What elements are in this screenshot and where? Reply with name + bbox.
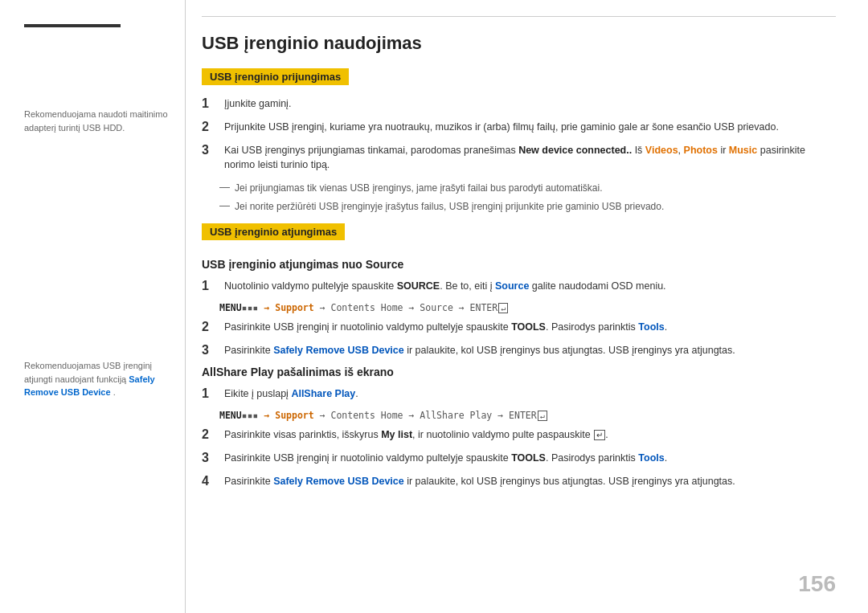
step-text-start: Kai USB įrenginys prijungiamas tinkamai,… — [224, 145, 518, 156]
text-start: Eikite į puslapį — [224, 388, 291, 399]
text-start: Pasirinkite USB įrenginį ir nuotolinio v… — [224, 321, 511, 333]
menu-label: MENU — [219, 302, 242, 313]
section1-header: USB įrenginio prijungimas — [202, 68, 349, 85]
page-container: Rekomenduojama naudoti maitinimo adapter… — [0, 0, 868, 613]
enter-icon: ↵ — [498, 303, 508, 313]
dash-text-1: Jei prijungiamas tik vienas USB įrenginy… — [235, 181, 603, 195]
step-num: 4 — [202, 474, 219, 488]
menu-path-support: → Support — [258, 302, 313, 313]
step-text-end: Iš — [632, 145, 645, 156]
step-text: Prijunkite USB įrenginį, kuriame yra nuo… — [224, 120, 836, 135]
step-1-3: 3 Kai USB įrenginys prijungiamas tinkama… — [202, 143, 836, 174]
period: . — [665, 321, 667, 333]
text-end: , ir nuotolinio valdymo pulte paspauskit… — [412, 429, 593, 440]
sidebar-note1: Rekomenduojama naudoti maitinimo adapter… — [24, 108, 169, 134]
sub1-title: USB įrenginio atjungimas nuo Source — [202, 258, 836, 271]
sub2-title: AllShare Play pašalinimas iš ekrano — [202, 366, 836, 378]
sub2-step1: 1 Eikite į puslapį AllShare Play. — [202, 386, 836, 402]
sub2-step3: 3 Pasirinkite USB įrenginį ir nuotolinio… — [202, 451, 836, 466]
text-end: galite naudodami OSD meniu. — [529, 280, 665, 292]
step-text: Įjunkite gaminį. — [224, 96, 836, 112]
top-divider — [202, 16, 836, 17]
menu-box: ▪▪▪ — [242, 302, 259, 313]
section2-header: USB įrenginio atjungimas — [202, 223, 345, 240]
period: . — [605, 429, 608, 440]
step-num: 1 — [202, 386, 219, 401]
main-content: USB įrenginio naudojimas USB įrenginio p… — [185, 0, 868, 613]
source-bold: SOURCE — [397, 280, 440, 292]
tools-link2: Tools — [638, 452, 664, 464]
dash-item-1: — Jei prijungiamas tik vienas USB įrengi… — [202, 181, 836, 195]
new-device-highlight: New device connected.. — [518, 145, 632, 156]
step-num: 2 — [202, 427, 219, 442]
step-1-2: 2 Prijunkite USB įrenginį, kuriame yra n… — [202, 120, 836, 135]
page-title: USB įrenginio naudojimas — [202, 33, 836, 54]
step-text: Pasirinkite USB įrenginį ir nuotolinio v… — [224, 320, 836, 335]
step-text: Pasirinkite Safely Remove USB Device ir … — [224, 343, 836, 358]
enter-icon3: ↵ — [594, 430, 605, 440]
text-end: ir palaukite, kol USB įrenginys bus atju… — [404, 476, 735, 487]
step-num: 1 — [202, 96, 219, 111]
step-text: Kai USB įrenginys prijungiamas tinkamai,… — [224, 143, 836, 174]
source-link: Source — [495, 280, 529, 292]
dash-symbol: — — [219, 199, 230, 214]
menu-label2: MENU — [219, 410, 242, 421]
safely-remove-bold: Safely Remove USB Device — [273, 345, 404, 356]
tools-link: Tools — [638, 321, 664, 333]
text-start: Nuotolinio valdymo pultelyje spauskite — [224, 280, 397, 292]
text-start: Pasirinkite visas parinktis, išskyrus — [224, 429, 381, 440]
step-text: Pasirinkite USB įrenginį ir nuotolinio v… — [224, 451, 836, 466]
photos-link: Photos — [684, 145, 718, 156]
step-num: 2 — [202, 120, 219, 134]
sidebar-note2: Rekomenduojamas USB įrenginį atjungti na… — [24, 359, 169, 399]
step-text: Eikite į puslapį AllShare Play. — [224, 386, 836, 402]
step-num: 3 — [202, 143, 219, 157]
sub2-step4: 4 Pasirinkite Safely Remove USB Device i… — [202, 474, 836, 489]
tools-bold2: TOOLS — [511, 452, 546, 464]
sidebar: Rekomenduojama naudoti maitinimo adapter… — [0, 0, 185, 613]
enter-icon2: ↵ — [538, 411, 547, 421]
dash-item-2: — Jei norite peržiūrėti USB įrenginyje į… — [202, 199, 836, 214]
sub1-step1: 1 Nuotolinio valdymo pultelyje spauskite… — [202, 279, 836, 294]
step-num: 3 — [202, 343, 219, 358]
text-end: ir palaukite, kol USB įrenginys bus atju… — [404, 345, 735, 356]
ir-text: ir — [718, 145, 729, 156]
menu-arrow2: → Contents Home → AllShare Play → ENTER — [314, 410, 537, 421]
dash-text-2: Jei norite peržiūrėti USB įrenginyje įra… — [235, 199, 664, 214]
step-text: Pasirinkite visas parinktis, išskyrus My… — [224, 427, 836, 443]
music-link: Music — [729, 145, 757, 156]
sub1-menu-path: MENU▪▪▪ → Support → Contents Home → Sour… — [219, 302, 836, 313]
step-num: 2 — [202, 320, 219, 334]
mylist-bold: My list — [381, 429, 412, 440]
step-1-1: 1 Įjunkite gaminį. — [202, 96, 836, 112]
sub2-menu-path: MENU▪▪▪ → Support → Contents Home → AllS… — [219, 410, 836, 421]
step-num: 3 — [202, 451, 219, 465]
text-start: Pasirinkite — [224, 345, 273, 356]
text-end: . Pasirodys parinktis — [546, 452, 638, 464]
menu-arrow1: → Contents Home → Source → ENTER — [314, 302, 497, 313]
dash-symbol: — — [219, 181, 230, 195]
videos-link: Videos — [645, 145, 678, 156]
step-text: Pasirinkite Safely Remove USB Device ir … — [224, 474, 836, 489]
step-num: 1 — [202, 279, 219, 293]
sidebar-note2-period: . — [113, 387, 116, 397]
allshare-link: AllShare Play — [291, 388, 355, 399]
sub1-step3: 3 Pasirinkite Safely Remove USB Device i… — [202, 343, 836, 358]
page-number: 156 — [798, 571, 836, 597]
period: . — [665, 452, 667, 464]
comma1: , — [678, 145, 684, 156]
text-end: . Pasirodys parinktis — [546, 321, 638, 333]
text-start: Pasirinkite USB įrenginį ir nuotolinio v… — [224, 452, 511, 464]
menu-box2: ▪▪▪ — [242, 410, 259, 421]
text-start: Pasirinkite — [224, 476, 273, 487]
safely-remove-bold2: Safely Remove USB Device — [273, 476, 404, 487]
menu-path-support2: → Support — [258, 410, 313, 421]
sub1-step2: 2 Pasirinkite USB įrenginį ir nuotolinio… — [202, 320, 836, 335]
text-mid: . Be to, eiti į — [440, 280, 495, 292]
sidebar-bar — [24, 24, 121, 27]
sub2-step2: 2 Pasirinkite visas parinktis, išskyrus … — [202, 427, 836, 443]
tools-bold: TOOLS — [511, 321, 546, 333]
period: . — [355, 388, 358, 399]
step-text: Nuotolinio valdymo pultelyje spauskite S… — [224, 279, 836, 294]
